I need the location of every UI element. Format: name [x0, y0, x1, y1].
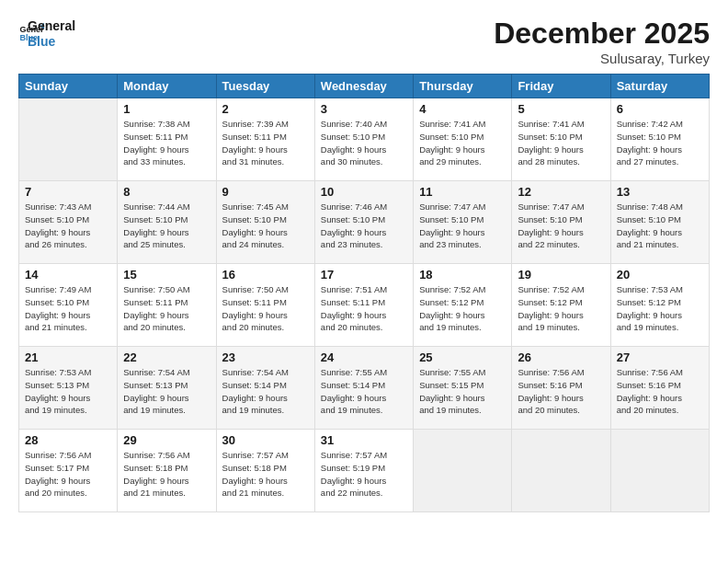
day-number: 1 [123, 102, 210, 116]
day-cell: 2Sunrise: 7:39 AM Sunset: 5:11 PM Daylig… [216, 98, 314, 181]
week-row-2: 7Sunrise: 7:43 AM Sunset: 5:10 PM Daylig… [19, 181, 710, 264]
day-number: 2 [222, 102, 309, 116]
day-info: Sunrise: 7:56 AM Sunset: 5:16 PM Dayligh… [617, 366, 703, 417]
logo: General Blue General Blue [18, 17, 75, 50]
day-info: Sunrise: 7:53 AM Sunset: 5:12 PM Dayligh… [617, 283, 703, 334]
day-cell: 4Sunrise: 7:41 AM Sunset: 5:10 PM Daylig… [414, 98, 512, 181]
day-number: 23 [222, 350, 309, 364]
day-cell: 3Sunrise: 7:40 AM Sunset: 5:10 PM Daylig… [314, 98, 413, 181]
day-info: Sunrise: 7:52 AM Sunset: 5:12 PM Dayligh… [419, 283, 506, 334]
week-row-5: 28Sunrise: 7:56 AM Sunset: 5:17 PM Dayli… [19, 430, 710, 512]
day-info: Sunrise: 7:54 AM Sunset: 5:13 PM Dayligh… [123, 366, 210, 417]
day-info: Sunrise: 7:47 AM Sunset: 5:10 PM Dayligh… [518, 201, 604, 251]
day-cell: 22Sunrise: 7:54 AM Sunset: 5:13 PM Dayli… [118, 347, 216, 430]
day-cell: 21Sunrise: 7:53 AM Sunset: 5:13 PM Dayli… [19, 347, 118, 430]
day-cell: 6Sunrise: 7:42 AM Sunset: 5:10 PM Daylig… [610, 98, 709, 181]
week-row-3: 14Sunrise: 7:49 AM Sunset: 5:10 PM Dayli… [19, 264, 710, 347]
day-number: 12 [518, 185, 604, 199]
header-friday: Friday [512, 75, 610, 98]
day-number: 29 [123, 433, 210, 447]
day-info: Sunrise: 7:54 AM Sunset: 5:14 PM Dayligh… [222, 366, 309, 417]
day-info: Sunrise: 7:56 AM Sunset: 5:16 PM Dayligh… [518, 366, 604, 417]
day-info: Sunrise: 7:50 AM Sunset: 5:11 PM Dayligh… [123, 283, 210, 334]
day-cell: 11Sunrise: 7:47 AM Sunset: 5:10 PM Dayli… [414, 181, 512, 264]
day-cell: 30Sunrise: 7:57 AM Sunset: 5:18 PM Dayli… [216, 430, 314, 512]
day-number: 31 [321, 433, 407, 447]
day-info: Sunrise: 7:52 AM Sunset: 5:12 PM Dayligh… [518, 283, 604, 334]
day-info: Sunrise: 7:51 AM Sunset: 5:11 PM Dayligh… [321, 283, 407, 334]
day-info: Sunrise: 7:41 AM Sunset: 5:10 PM Dayligh… [518, 118, 604, 168]
day-cell [610, 430, 709, 512]
day-info: Sunrise: 7:55 AM Sunset: 5:15 PM Dayligh… [419, 366, 506, 417]
day-cell: 10Sunrise: 7:46 AM Sunset: 5:10 PM Dayli… [314, 181, 413, 264]
day-cell: 31Sunrise: 7:57 AM Sunset: 5:19 PM Dayli… [314, 430, 413, 512]
day-number: 15 [123, 268, 210, 282]
day-number: 3 [321, 102, 407, 116]
day-cell [512, 430, 610, 512]
day-cell: 8Sunrise: 7:44 AM Sunset: 5:10 PM Daylig… [118, 181, 216, 264]
day-number: 9 [222, 185, 309, 199]
day-number: 6 [617, 102, 703, 116]
day-cell: 19Sunrise: 7:52 AM Sunset: 5:12 PM Dayli… [512, 264, 610, 347]
day-info: Sunrise: 7:44 AM Sunset: 5:10 PM Dayligh… [123, 201, 210, 251]
day-number: 26 [518, 350, 604, 364]
day-number: 28 [25, 433, 111, 447]
day-number: 17 [321, 268, 407, 282]
day-info: Sunrise: 7:41 AM Sunset: 5:10 PM Dayligh… [419, 118, 506, 168]
day-cell [414, 430, 512, 512]
header-sunday: Sunday [19, 75, 118, 98]
day-info: Sunrise: 7:45 AM Sunset: 5:10 PM Dayligh… [222, 201, 309, 251]
day-info: Sunrise: 7:55 AM Sunset: 5:14 PM Dayligh… [321, 366, 407, 417]
header-row: SundayMondayTuesdayWednesdayThursdayFrid… [19, 75, 710, 98]
day-info: Sunrise: 7:43 AM Sunset: 5:10 PM Dayligh… [25, 201, 111, 251]
day-cell: 27Sunrise: 7:56 AM Sunset: 5:16 PM Dayli… [610, 347, 709, 430]
day-cell: 16Sunrise: 7:50 AM Sunset: 5:11 PM Dayli… [216, 264, 314, 347]
day-info: Sunrise: 7:53 AM Sunset: 5:13 PM Dayligh… [25, 366, 111, 417]
day-cell: 28Sunrise: 7:56 AM Sunset: 5:17 PM Dayli… [19, 430, 118, 512]
day-cell: 14Sunrise: 7:49 AM Sunset: 5:10 PM Dayli… [19, 264, 118, 347]
day-info: Sunrise: 7:50 AM Sunset: 5:11 PM Dayligh… [222, 283, 309, 334]
header-thursday: Thursday [414, 75, 512, 98]
calendar-title: December 2025 [494, 17, 710, 51]
day-cell: 7Sunrise: 7:43 AM Sunset: 5:10 PM Daylig… [19, 181, 118, 264]
header-saturday: Saturday [610, 75, 709, 98]
day-number: 19 [518, 268, 604, 282]
day-number: 22 [123, 350, 210, 364]
title-section: December 2025 Sulusaray, Turkey [494, 17, 710, 66]
day-cell: 25Sunrise: 7:55 AM Sunset: 5:15 PM Dayli… [414, 347, 512, 430]
day-number: 27 [617, 350, 703, 364]
day-info: Sunrise: 7:38 AM Sunset: 5:11 PM Dayligh… [123, 118, 210, 168]
day-number: 21 [25, 350, 111, 364]
calendar-page: General Blue General Blue December 2025 … [0, 0, 728, 563]
day-cell: 5Sunrise: 7:41 AM Sunset: 5:10 PM Daylig… [512, 98, 610, 181]
day-number: 7 [25, 185, 111, 199]
day-number: 11 [419, 185, 506, 199]
day-info: Sunrise: 7:57 AM Sunset: 5:18 PM Dayligh… [222, 449, 309, 500]
day-cell: 18Sunrise: 7:52 AM Sunset: 5:12 PM Dayli… [414, 264, 512, 347]
day-cell: 17Sunrise: 7:51 AM Sunset: 5:11 PM Dayli… [314, 264, 413, 347]
day-number: 13 [617, 185, 703, 199]
header: General Blue General Blue December 2025 … [18, 17, 710, 66]
day-number: 24 [321, 350, 407, 364]
week-row-1: 1Sunrise: 7:38 AM Sunset: 5:11 PM Daylig… [19, 98, 710, 181]
day-info: Sunrise: 7:49 AM Sunset: 5:10 PM Dayligh… [25, 283, 111, 334]
day-cell: 12Sunrise: 7:47 AM Sunset: 5:10 PM Dayli… [512, 181, 610, 264]
header-wednesday: Wednesday [314, 75, 413, 98]
day-cell: 13Sunrise: 7:48 AM Sunset: 5:10 PM Dayli… [610, 181, 709, 264]
day-cell: 15Sunrise: 7:50 AM Sunset: 5:11 PM Dayli… [118, 264, 216, 347]
day-cell: 29Sunrise: 7:56 AM Sunset: 5:18 PM Dayli… [118, 430, 216, 512]
day-info: Sunrise: 7:57 AM Sunset: 5:19 PM Dayligh… [321, 449, 407, 500]
header-tuesday: Tuesday [216, 75, 314, 98]
day-cell [19, 98, 118, 181]
day-number: 5 [518, 102, 604, 116]
day-info: Sunrise: 7:42 AM Sunset: 5:10 PM Dayligh… [617, 118, 703, 168]
day-info: Sunrise: 7:46 AM Sunset: 5:10 PM Dayligh… [321, 201, 407, 251]
day-info: Sunrise: 7:47 AM Sunset: 5:10 PM Dayligh… [419, 201, 506, 251]
calendar-subtitle: Sulusaray, Turkey [494, 51, 710, 66]
day-number: 4 [419, 102, 506, 116]
week-row-4: 21Sunrise: 7:53 AM Sunset: 5:13 PM Dayli… [19, 347, 710, 430]
calendar-table: SundayMondayTuesdayWednesdayThursdayFrid… [18, 74, 710, 512]
day-cell: 26Sunrise: 7:56 AM Sunset: 5:16 PM Dayli… [512, 347, 610, 430]
day-cell: 9Sunrise: 7:45 AM Sunset: 5:10 PM Daylig… [216, 181, 314, 264]
day-number: 8 [123, 185, 210, 199]
